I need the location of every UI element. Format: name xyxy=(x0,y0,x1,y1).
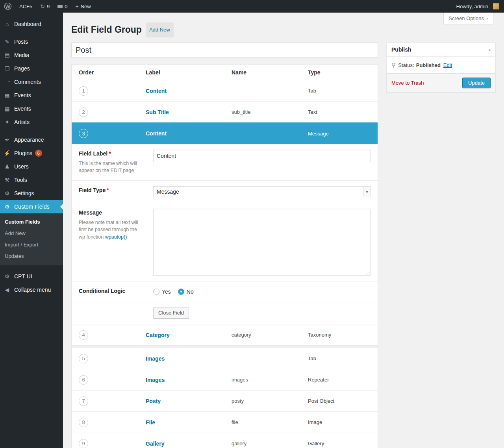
sidebar-item-plugins[interactable]: ⚡ Plugins 6 xyxy=(0,146,63,160)
media-icon: ▤ xyxy=(3,52,11,58)
message-textarea[interactable] xyxy=(153,209,371,276)
comments-menu[interactable]: 0 xyxy=(54,0,71,13)
field-order-number: 6 xyxy=(79,375,88,385)
sidebar-item-label: Plugins xyxy=(14,150,32,156)
submenu-item-updates[interactable]: Updates xyxy=(0,250,63,262)
setting-description: This is the name which will appear on th… xyxy=(79,160,141,174)
field-label-link[interactable]: Posty xyxy=(146,398,161,404)
comments-bubble-icon xyxy=(57,5,63,8)
field-type-setting: Field Type* Message ▾ xyxy=(72,180,378,203)
field-type-select[interactable]: Message ▾ xyxy=(153,186,371,197)
sidebar-item-comments[interactable]: Comments xyxy=(0,75,63,89)
header-type: Type xyxy=(308,69,378,76)
setting-title: Field Label* xyxy=(79,150,141,157)
field-label-link[interactable]: Sub Title xyxy=(146,109,169,115)
screen-options-tab[interactable]: Screen Options ▾ xyxy=(443,13,493,24)
sidebar-item-settings[interactable]: ⚙ Settings xyxy=(0,187,63,200)
sidebar-item-cpt-ui[interactable]: ⚙ CPT UI xyxy=(0,270,63,283)
admin-bar: Ⓦ ACF5 ↻ 9 0 + New Howdy, admin xyxy=(0,0,504,13)
conditional-logic-setting: Conditional Logic Yes No xyxy=(72,281,378,302)
sidebar-item-label: Appearance xyxy=(14,137,44,143)
sidebar-item-events-2[interactable]: ▦ Events xyxy=(0,102,63,115)
wpautop-link[interactable]: wpautop() xyxy=(105,234,127,240)
sidebar-item-label: CPT UI xyxy=(14,273,32,280)
sidebar-item-label: Artists xyxy=(14,119,30,125)
setting-input-cell: Message ▾ xyxy=(146,181,378,203)
setting-label-cell xyxy=(72,302,146,324)
field-order-number: 3 xyxy=(79,129,88,138)
sidebar-item-artists[interactable]: ✦ Artists xyxy=(0,115,63,129)
menu-separator xyxy=(0,265,63,270)
calendar-icon: ▦ xyxy=(3,106,11,111)
field-label-setting: Field Label* This is the name which will… xyxy=(72,144,378,180)
close-field-button[interactable]: Close Field xyxy=(153,307,189,318)
updates-menu[interactable]: ↻ 9 xyxy=(36,0,54,13)
field-label-link[interactable]: Gallery xyxy=(146,441,164,447)
sidebar-item-dashboard[interactable]: ⌂ Dashboard xyxy=(0,17,63,31)
conditional-logic-no-radio[interactable]: No xyxy=(178,289,194,295)
sidebar-item-events[interactable]: ▦ Events xyxy=(0,89,63,102)
sidebar-item-collapse-menu[interactable]: ◀ Collapse menu xyxy=(0,283,63,296)
wordpress-logo-menu[interactable]: Ⓦ xyxy=(0,0,15,13)
sidebar-item-label: Tools xyxy=(14,177,27,183)
field-group-title-input[interactable] xyxy=(71,43,378,57)
sidebar-item-label: Custom Fields xyxy=(14,204,49,210)
field-order-number: 9 xyxy=(79,439,88,448)
field-name: gallery xyxy=(232,441,308,446)
setting-title: Field Type* xyxy=(79,187,141,193)
field-label-link[interactable]: File xyxy=(146,419,155,426)
publish-title: Publish xyxy=(391,46,411,53)
main-column: Order Label Name Type 1 Content Tab 2 Su… xyxy=(71,43,378,448)
wordpress-logo-icon: Ⓦ xyxy=(4,3,11,10)
radio-checked-icon xyxy=(178,289,184,295)
field-type: Post Object xyxy=(308,398,378,404)
setting-label-cell: Conditional Logic xyxy=(72,281,146,302)
field-label-link[interactable]: Category xyxy=(146,332,170,338)
settings-icon: ⚙ xyxy=(3,191,11,196)
move-to-trash-link[interactable]: Move to Trash xyxy=(391,80,424,86)
pages-icon: ❐ xyxy=(3,66,11,71)
field-order-number: 1 xyxy=(79,86,88,96)
field-label-link[interactable]: Content xyxy=(146,130,167,137)
edit-status-link[interactable]: Edit xyxy=(443,62,452,68)
menu-separator xyxy=(0,31,63,35)
sidebar-item-tools[interactable]: ⚒ Tools xyxy=(0,173,63,187)
field-label-input[interactable] xyxy=(153,150,371,162)
sidebar-item-users[interactable]: ♟ Users xyxy=(0,160,63,173)
sidebar-item-label: Events xyxy=(14,92,31,98)
field-label-link[interactable]: Images xyxy=(146,355,165,362)
conditional-logic-yes-radio[interactable]: Yes xyxy=(153,289,171,295)
select-arrow-icon: ▾ xyxy=(363,187,370,197)
field-label-link[interactable]: Images xyxy=(146,377,165,383)
sidebar-item-label: Settings xyxy=(14,190,34,196)
submenu-item-custom-fields[interactable]: Custom Fields xyxy=(0,216,63,228)
add-new-button[interactable]: Add New xyxy=(146,22,174,37)
field-type: Tab xyxy=(308,355,378,361)
sidebar-item-label: Comments xyxy=(14,79,41,85)
my-account-menu[interactable]: Howdy, admin xyxy=(452,0,504,13)
updates-icon: ↻ xyxy=(40,4,45,9)
site-name-link[interactable]: ACF5 xyxy=(15,0,36,13)
field-type-selected-value: Message xyxy=(157,189,179,195)
sidebar-item-appearance[interactable]: ✒ Appearance xyxy=(0,133,63,146)
field-order-number: 5 xyxy=(79,354,88,363)
fields-table-header: Order Label Name Type xyxy=(72,65,378,80)
page-heading-text: Edit Field Group xyxy=(71,24,142,35)
sidebar-item-media[interactable]: ▤ Media xyxy=(0,48,63,62)
field-type: Repeater xyxy=(308,377,378,383)
toggle-panel-icon[interactable]: ▴ xyxy=(488,47,491,52)
sidebar-item-label: Collapse menu xyxy=(14,287,51,293)
update-button[interactable]: Update xyxy=(462,78,491,88)
publish-status-row: ⚲ Status: Published Edit xyxy=(387,57,495,73)
sidebar-item-pages[interactable]: ❐ Pages xyxy=(0,62,63,75)
submenu-item-add-new[interactable]: Add New xyxy=(0,228,63,239)
dashboard-icon: ⌂ xyxy=(3,21,11,27)
setting-title: Conditional Logic xyxy=(79,288,141,294)
plus-icon: + xyxy=(75,4,78,9)
sidebar-item-custom-fields[interactable]: ⚙ Custom Fields xyxy=(0,200,63,213)
page-title: Edit Field Group Add New xyxy=(71,22,496,37)
new-content-menu[interactable]: + New xyxy=(71,0,94,13)
submenu-item-import-export[interactable]: Import / Export xyxy=(0,239,63,250)
sidebar-item-posts[interactable]: ✎ Posts xyxy=(0,35,63,48)
field-label-link[interactable]: Content xyxy=(146,88,167,94)
